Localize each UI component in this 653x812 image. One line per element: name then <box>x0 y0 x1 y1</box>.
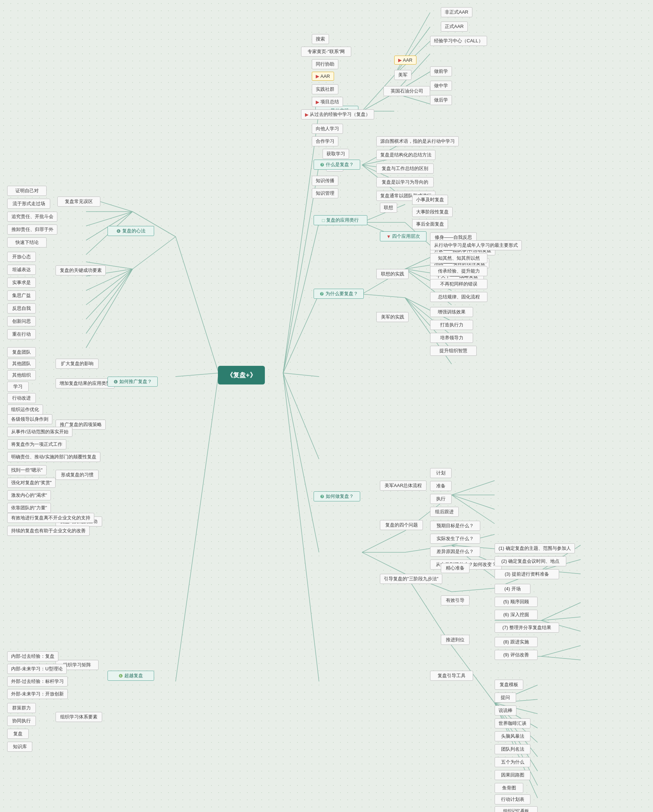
node-fuban-xuehxi: 复盘是以学习为导向的 <box>376 177 434 187</box>
node-tiwen: 提问 <box>495 693 516 703</box>
branch-yingyong: □ 复盘的应用类行 <box>314 215 367 225</box>
branch-weishenme: ❼ 为什么要复盘？ <box>314 289 364 299</box>
node-chixu: 持续的复盘也有助于企业文化的改善 <box>7 526 90 536</box>
node-youxiao-yindao: 有效引导 <box>441 595 469 605</box>
svg-line-6 <box>283 373 319 553</box>
node-congshijian: 从事件/活动范围的落实开始 <box>7 427 72 437</box>
svg-line-15 <box>394 12 430 75</box>
flag-icon5: ▼ <box>387 234 391 239</box>
node-tixi-yaosu: 组织学习体系要素 <box>56 712 102 722</box>
node-shihou: 事后全面复盘 <box>412 219 448 229</box>
svg-line-42 <box>362 531 405 553</box>
node-kuaisu: 快速下结论 <box>7 237 47 247</box>
branch-zuofa: ❼ 如何做复盘？ <box>314 491 360 501</box>
node-qita-zuzi: 其他组织 <box>7 370 36 380</box>
node-zhishi-ku: 知识库 <box>7 742 32 752</box>
node-fuban-jiegohua: 复盘是结构化的总结方法 <box>376 150 435 160</box>
node-chayi-yuanyin: 差异原因是什么？ <box>430 546 480 557</box>
node-step4: (4) 开场 <box>495 584 530 594</box>
svg-line-46 <box>452 481 495 495</box>
svg-line-93 <box>86 269 132 348</box>
node-kuoda-yingxiang: 扩大复盘的影响 <box>56 359 99 369</box>
node-step7: (7) 整理并分享复盘结果 <box>495 623 559 633</box>
node-step3: (3) 提前进行资料准备 <box>495 569 559 579</box>
flag-icon2: ▶ <box>316 73 319 79</box>
svg-line-3 <box>283 294 319 373</box>
node-lianxiang2: 联想 <box>380 203 397 213</box>
node-meijun: 美军 <box>394 70 411 80</box>
node-step9: (9) 评估改善 <box>495 650 537 660</box>
node-zhuanjia: 专家黄页-"联系"网 <box>301 47 351 56</box>
q-icon2: ❼ <box>320 291 324 297</box>
svg-line-62 <box>541 603 581 620</box>
node-sige-wenti: 复盘的四个问题 <box>380 520 423 530</box>
node-waib-weilai: 外部-未来学习：开放创新 <box>7 689 68 699</box>
node-tancheng: 坦诚表达 <box>7 265 36 275</box>
node-tuandui-lieming: 团队列名法 <box>495 744 530 754</box>
svg-line-4 <box>283 373 319 377</box>
node-zhengming: 证明自己对 <box>7 186 47 196</box>
node-jiangfuban-zhengshi: 将复盘作为一项正式工作 <box>7 440 66 449</box>
node-tisheng-zhihui: 提升组织智慧 <box>430 346 476 356</box>
svg-line-63 <box>541 617 581 620</box>
node-tongxie: 同行协助 <box>312 59 338 69</box>
node-gejiling: 各级领导以身作则 <box>7 414 52 424</box>
svg-line-56 <box>452 588 495 592</box>
node-tounao-fengbao: 头脑风暴法 <box>495 731 530 741</box>
node-meijun-liucheng: 美军AAR总体流程 <box>380 481 426 491</box>
node-qita-tuandui: 其他团队 <box>7 359 36 369</box>
node-zhiqiran: 知其然、知其所以然 <box>430 253 487 263</box>
node-yikao: 依靠团队的"力量" <box>7 503 51 513</box>
node-jingxin-zhunbei: 精心准备 <box>441 563 469 573</box>
node-shijie-kafei: 世界咖啡汇谈 <box>495 718 530 728</box>
node-meijun-shijian: 美军的实践 <box>376 312 409 322</box>
branch-xinshen: ❻ 复盘的心法 <box>108 226 154 236</box>
branch-shenme: ❼ 什么是复盘？ <box>314 160 360 169</box>
node-yugutu: 鱼骨图 <box>495 783 523 793</box>
node-feizengshi: 非正式AAR <box>441 7 472 17</box>
node-fuban-tixi: 复盘 <box>7 729 29 739</box>
node-step2: (2) 确定复盘会议时间、地点 <box>495 556 566 566</box>
node-huoqu: 获取学习 <box>323 149 349 159</box>
node-xietong-zhixing: 协同执行 <box>7 716 36 726</box>
node-sigecengci: ▼ 四个应用层次 <box>380 231 426 241</box>
node-waib-guoqu: 外部-过去经验：标杆学习 <box>7 676 68 687</box>
node-guanjian: 复盘的关键成功要素 <box>56 266 106 275</box>
node-xiaoshi: 小事及时复盘 <box>412 195 448 205</box>
node-yingguoshiyou: 英国石油分公司 <box>384 86 430 96</box>
node-zhuijiu: 追究责任、开批斗会 <box>7 212 57 222</box>
node-aar1: ▶ AAR <box>394 56 417 64</box>
node-shishi: 实事求是 <box>7 278 36 288</box>
svg-line-91 <box>86 269 132 319</box>
node-jingyan-call: 经验学习中心（CALL） <box>430 36 487 46</box>
q-icon1: ❼ <box>320 162 324 168</box>
svg-line-83 <box>86 212 132 226</box>
node-yuanzi: 源自围棋术语，指的是从行动中学习 <box>376 136 459 147</box>
node-zuzi-yunzuo: 组织运作优化 <box>7 404 43 415</box>
svg-line-94 <box>176 373 219 377</box>
node-bucuofan: 不再犯同样的错误 <box>430 279 487 289</box>
svg-line-92 <box>86 269 132 334</box>
node-xuexi: 学习 <box>7 382 29 392</box>
flag-icon: ▶ <box>398 57 402 63</box>
node-zengjun: 增强训练效果 <box>430 307 473 317</box>
node-sousuo: 搜索 <box>312 34 329 44</box>
node-congguo: ▶ 从过去的经验中学习（复盘） <box>301 109 374 119</box>
node-zuohou: 做后学 <box>430 95 452 105</box>
node-tuijin-dawei: 推进到位 <box>441 635 469 645</box>
node-fansi: 反思自我 <box>7 304 36 313</box>
plus-icon: ❻ <box>119 673 123 679</box>
node-zhongzai: 重在行动 <box>7 329 36 339</box>
node-step1: (1) 确定复盘的主题、范围与参加人 <box>495 543 575 553</box>
svg-line-0 <box>283 111 319 373</box>
node-wuqu: 复盘常见误区 <box>57 197 100 207</box>
node-mingque: 明确责任、推动/实施跨部门的颠覆性复盘 <box>7 452 100 462</box>
node-dashi: 大事阶段性复盘 <box>412 207 453 217</box>
node-zuozhong: 做中学 <box>430 81 452 91</box>
node-zongjie: 总结规律、固化流程 <box>430 292 487 302</box>
node-dazo-zhixingli: 打造执行力 <box>430 320 473 330</box>
node-hougen: 组后跟进 <box>430 507 459 517</box>
node-fuban-muban: 复盘模板 <box>495 680 523 690</box>
node-fuban-gongzuo: 复盘与工作总结的区别 <box>376 163 434 174</box>
node-yindao-gongju: 复盘引导工具 <box>430 671 473 681</box>
